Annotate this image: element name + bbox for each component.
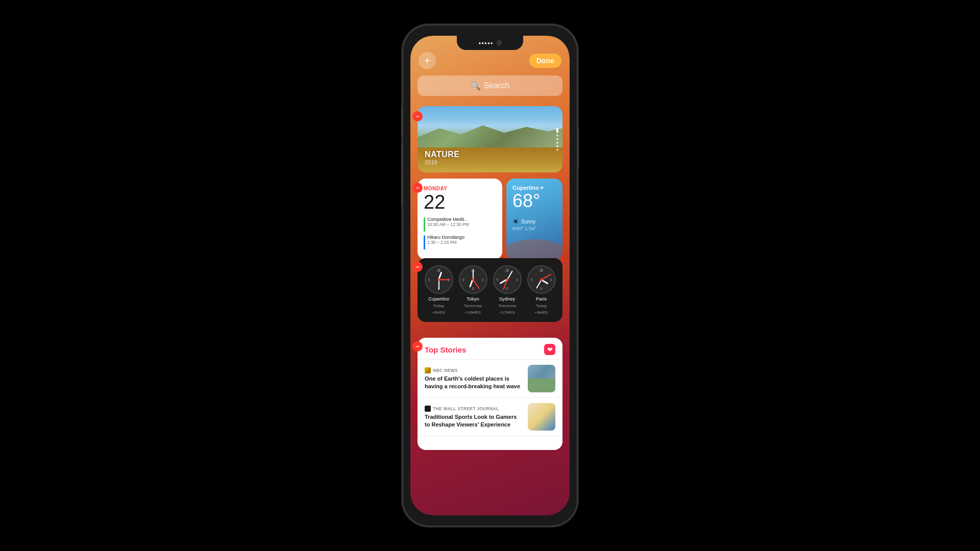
event-content-1: Competitive Medit... 10:30 AM – 12:30 PM [427, 217, 469, 227]
clock-city-cupertino: Cupertino [428, 296, 449, 302]
weather-hilo: H:87° L:54° [512, 226, 556, 231]
event-bar-1 [424, 217, 425, 232]
event-bar-2 [424, 235, 425, 249]
photo-dot-2 [556, 135, 558, 137]
news-source-name-2: THE WALL STREET JOURNAL [433, 406, 499, 411]
weather-temperature: 68° [512, 192, 556, 210]
wsj-logo [425, 406, 431, 412]
news-thumbnail-2 [528, 403, 555, 431]
clock-dot-paris [540, 279, 543, 281]
notch: ●●●●● [457, 36, 523, 50]
photo-dot-4 [556, 142, 558, 144]
photo-dots [556, 128, 558, 151]
clock-minute-cupertino [438, 280, 439, 290]
clock-num-9: 9 [428, 278, 430, 282]
add-widget-button[interactable]: + [419, 52, 436, 69]
clock-dot-sydney [506, 279, 508, 281]
remove-photo-button[interactable]: − [412, 111, 423, 121]
weather-condition: Sunny [521, 219, 535, 224]
weather-widget[interactable]: Cupertino ➤ 68° ☀ Sunny H:87° L:54° [506, 179, 562, 260]
clock-offset-tokyo: +16HRS [465, 310, 480, 315]
location-arrow-icon: ➤ [540, 185, 544, 190]
apple-news-icon: ❤ [544, 344, 555, 355]
news-headline-1: One of Earth's coldest places is having … [425, 375, 523, 390]
clock-cupertino: 12 3 6 9 Cupertino Today +0HRS [425, 265, 453, 315]
event-time-1: 10:30 AM – 12:30 PM [427, 222, 469, 227]
widget-row: MONDAY 22 Competitive Medit... 10:30 AM … [418, 179, 562, 260]
calendar-date: 22 [424, 192, 496, 212]
news-source-2: THE WALL STREET JOURNAL [425, 406, 523, 412]
event-content-2: Hikaru Dorodango 1:30 – 2:15 PM [427, 235, 464, 245]
clock-dot-cupertino [437, 279, 440, 281]
news-widget[interactable]: Top Stories ❤ NBC NEWS One of Earth's co… [418, 338, 562, 450]
clock-face-tokyo: 12 3 6 9 [459, 265, 487, 294]
news-title: Top Stories [425, 345, 466, 354]
search-icon: 🔍 [471, 81, 481, 91]
photo-dot-1 [556, 128, 558, 133]
news-header: Top Stories ❤ [418, 338, 562, 360]
clock-sydney: 12 3 6 9 Sydney Tomorrow +17HRS [493, 265, 522, 315]
photo-widget[interactable]: NATURE 2019 [418, 106, 562, 172]
photo-dot-5 [556, 145, 558, 147]
event-title-1: Competitive Medit... [427, 217, 469, 222]
news-source-1: NBC NEWS [425, 367, 523, 373]
calendar-event-2: Hikaru Dorodango 1:30 – 2:15 PM [424, 235, 496, 249]
weather-condition-row: ☀ Sunny [512, 217, 556, 226]
clock-face-cupertino: 12 3 6 9 [425, 265, 453, 294]
content-area: − NATURE 2019 [410, 102, 570, 515]
event-time-2: 1:30 – 2:15 PM [427, 240, 464, 245]
photo-label: NATURE 2019 [425, 150, 459, 165]
event-title-2: Hikaru Dorodango [427, 235, 464, 240]
search-label: Search [484, 81, 510, 90]
front-camera [497, 40, 502, 45]
clocks-row: 12 3 6 9 Cupertino Today +0HRS [422, 265, 558, 315]
news-thumbnail-1 [528, 365, 555, 392]
photo-dot-6 [556, 149, 558, 151]
clock-day-tokyo: Tomorrow [464, 304, 482, 308]
photo-background: NATURE 2019 [418, 106, 562, 172]
clocks-widget[interactable]: 12 3 6 9 Cupertino Today +0HRS [418, 258, 562, 322]
done-button[interactable]: Done [529, 54, 561, 68]
clock-city-sydney: Sydney [499, 296, 516, 302]
remove-news-button[interactable]: − [412, 341, 423, 352]
clock-day-cupertino: Today [433, 304, 444, 308]
search-bar[interactable]: 🔍 Search [418, 76, 562, 96]
phone-container: ●●●●● + Done 🔍 Search − NATURE 2019 [403, 26, 577, 525]
clock-dot-tokyo [472, 279, 474, 281]
news-item-content-2: THE WALL STREET JOURNAL Traditional Spor… [425, 406, 523, 428]
clock-day-paris: Today [536, 304, 547, 308]
remove-calendar-button[interactable]: − [412, 183, 423, 193]
clock-city-tokyo: Tokyo [467, 296, 479, 302]
news-item-1[interactable]: NBC NEWS One of Earth's coldest places i… [418, 360, 562, 398]
news-item-content-1: NBC NEWS One of Earth's coldest places i… [425, 367, 523, 390]
clock-offset-cupertino: +0HRS [432, 310, 445, 315]
calendar-day-label: MONDAY [424, 186, 496, 191]
sun-icon: ☀ [512, 217, 519, 226]
notch-carrier: ●●●●● [478, 41, 493, 45]
photo-title: NATURE [425, 150, 459, 159]
nbc-logo [425, 367, 431, 373]
calendar-event-1: Competitive Medit... 10:30 AM – 12:30 PM [424, 217, 496, 232]
clock-face-paris: 12 3 6 9 [527, 265, 556, 294]
clock-offset-sydney: +17HRS [499, 310, 514, 315]
top-bar: + Done [410, 52, 570, 69]
phone-screen: ●●●●● + Done 🔍 Search − NATURE 2019 [410, 36, 570, 515]
photo-dot-3 [556, 138, 558, 140]
calendar-widget[interactable]: MONDAY 22 Competitive Medit... 10:30 AM … [418, 179, 502, 260]
remove-clocks-button[interactable]: − [412, 262, 423, 272]
news-item-2[interactable]: THE WALL STREET JOURNAL Traditional Spor… [418, 398, 562, 436]
news-headline-2: Traditional Sports Look to Gamers to Res… [425, 413, 523, 428]
news-source-name-1: NBC NEWS [433, 368, 458, 373]
clock-paris: 12 3 6 9 Paris Today +9HRS [527, 265, 556, 315]
photo-year: 2019 [425, 159, 459, 165]
clock-day-sydney: Tomorrow [498, 304, 516, 308]
clock-offset-paris: +9HRS [534, 310, 548, 315]
clock-city-paris: Paris [536, 296, 547, 302]
clock-second-cupertino [439, 279, 450, 280]
clock-face-sydney: 12 3 6 9 [493, 265, 522, 294]
clock-tokyo: 12 3 6 9 Tokyo Tomorrow +16HRS [459, 265, 487, 315]
